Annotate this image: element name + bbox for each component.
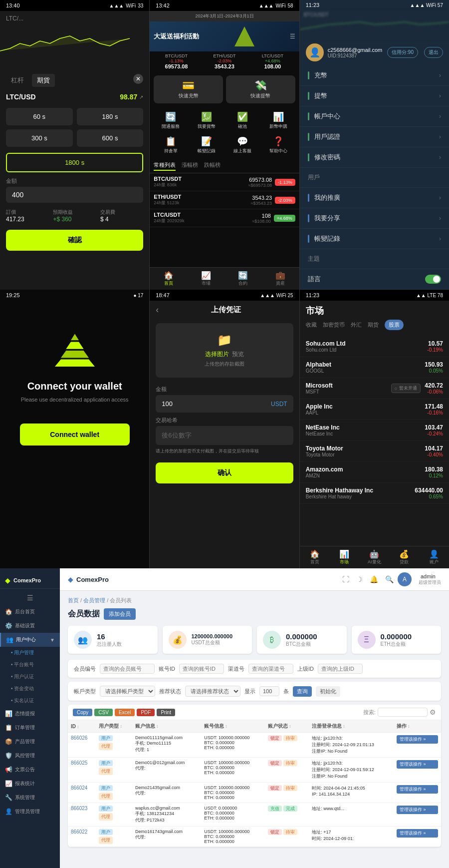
stock-microsoft[interactable]: Microsoft MSFT ○ 暂未开通 420.72 -0.06% — [300, 378, 449, 399]
menu-service[interactable]: 🔄 開通服務 — [154, 109, 188, 132]
nav-assets[interactable]: 💼 資産 — [262, 271, 299, 287]
items-input[interactable] — [259, 686, 279, 696]
tab-leverage[interactable]: 杠杆 — [6, 74, 29, 87]
sidebar-sub-user-auth[interactable]: • 用户认证 — [0, 671, 60, 683]
tab-losers[interactable]: 跌幅榜 — [204, 160, 221, 171]
col-user-type[interactable]: 用户类型↕ — [96, 720, 132, 733]
tab-all[interactable]: 常種列表 — [154, 160, 176, 171]
nav-ai-6[interactable]: 🤖 AI量化 — [359, 549, 389, 565]
promo-menu-icon[interactable]: ☰ — [290, 33, 295, 40]
tab-futures[interactable]: 期貨 — [32, 74, 55, 87]
time-300s[interactable]: 300 s — [6, 129, 73, 147]
status-select[interactable]: 请选择推荐状态 — [185, 686, 240, 697]
time-180s[interactable]: 180 s — [77, 108, 144, 125]
language-toggle[interactable] — [425, 275, 441, 284]
menu-language[interactable]: 語言 — [300, 269, 449, 290]
time-60s[interactable]: 60 s — [6, 108, 73, 125]
sidebar-item-reports[interactable]: 📈 报表统计 — [0, 777, 60, 791]
manage-button[interactable]: 管理该操作 » — [397, 785, 438, 794]
stock-toyota[interactable]: Toyota Motor Toyota Motor 104.17 -0.40% — [300, 441, 449, 462]
amount-form-input[interactable]: 100 USDT — [156, 395, 293, 413]
gear-icon[interactable]: ⚙ — [430, 708, 436, 716]
quick-deposit[interactable]: 💳 快速充幣 — [154, 75, 223, 103]
nav-account-6[interactable]: 👤 账户 — [419, 549, 449, 565]
member-no-input[interactable] — [100, 664, 155, 674]
market-row-eth[interactable]: ETH/USDT 24h量 5123k 3543.23 ≈$3543.23 -2… — [150, 191, 299, 209]
amount-input[interactable]: 400 — [6, 187, 143, 203]
menu-history[interactable]: 📝 帳變記錄 — [190, 134, 224, 156]
breadcrumb-member-mgmt[interactable]: 会员管理 — [83, 597, 105, 603]
nav-home[interactable]: 🏠 首頁 — [150, 271, 187, 287]
stock-netease[interactable]: NetEase Inc NetEase Inc 103.47 -0.24% — [300, 420, 449, 441]
tab-stocks[interactable]: 股票 — [385, 320, 404, 330]
credit-button[interactable]: 信用分:90 — [387, 47, 418, 58]
sidebar-item-settings[interactable]: ⚙️ 基础设置 — [0, 619, 60, 633]
reset-button[interactable]: 初始化 — [316, 686, 340, 697]
col-account-id[interactable]: 账号信息↕ — [201, 720, 265, 733]
tab-forex[interactable]: 外汇 — [351, 320, 362, 330]
copy-button[interactable]: Copy — [73, 709, 92, 716]
tab-gainers[interactable]: 漲幅榜 — [182, 160, 198, 171]
sidebar-item-risk[interactable]: 🛡️ 风控管理 — [0, 749, 60, 763]
manage-button[interactable]: 管理该操作 » — [397, 760, 438, 769]
nav-home-6[interactable]: 🏠 首页 — [300, 549, 330, 565]
txid-input[interactable]: 後6位數字 — [156, 426, 293, 445]
menu-my-promo[interactable]: 我的推廣 › — [300, 188, 449, 208]
sidebar-sub-user-mgmt[interactable]: • 用户管理 — [0, 647, 60, 659]
tab-favorites[interactable]: 收藏 — [306, 320, 317, 330]
theme-icon[interactable]: ☽ — [356, 575, 363, 583]
sidebar-item-orders[interactable]: 📋 订单管理 — [0, 721, 60, 735]
sidebar-item-products[interactable]: 📦 产品管理 — [0, 735, 60, 749]
nav-market[interactable]: 📈 市場 — [187, 271, 224, 287]
tab-crypto[interactable]: 加密货币 — [323, 320, 345, 330]
menu-pool[interactable]: ✅ 確池 — [225, 109, 259, 132]
menu-currency[interactable]: 💹 我要貨幣 — [190, 109, 224, 132]
logout-button[interactable]: 退出 — [424, 47, 443, 58]
menu-account-log[interactable]: 帳變記錄 › — [300, 229, 449, 249]
menu-support[interactable]: 💬 線上客服 — [225, 134, 259, 156]
col-reg-info[interactable]: 注册登录信息↕ — [309, 720, 394, 733]
sidebar-item-admin-mgmt[interactable]: 👤 管理员管理 — [0, 805, 60, 819]
fullscreen-icon[interactable]: ⛶ — [342, 575, 349, 583]
stock-berkshire[interactable]: Berkshire Hathaway Inc Berkshire Hat haw… — [300, 483, 449, 504]
menu-withdraw-p3[interactable]: 提幣 › — [300, 86, 449, 106]
nav-market-6[interactable]: 📊 市场 — [330, 549, 360, 565]
search-icon[interactable]: 🔍 — [385, 575, 394, 583]
manage-button[interactable]: 管理该操作 » — [397, 735, 438, 744]
confirm-button[interactable]: 確認 — [6, 230, 143, 251]
col-action[interactable]: 操作↕ — [394, 720, 441, 733]
stock-sohu[interactable]: Sohu.com Ltd Sohu.com Ltd 10.57 -0.19% — [300, 336, 449, 357]
bell-icon[interactable]: 🔔 — [370, 575, 378, 583]
add-member-button[interactable]: 添加会员 — [104, 608, 136, 620]
market-row-btc[interactable]: BTC/USDT 24h量 836k 69573.08 ≈$69573.08 -… — [150, 173, 299, 191]
close-button[interactable]: ✕ — [133, 74, 143, 84]
preview-text[interactable]: 预览 — [232, 350, 244, 359]
upper-id-input[interactable] — [318, 664, 363, 674]
quick-withdraw[interactable]: 💸 快速提幣 — [226, 75, 295, 103]
print-button[interactable]: Print — [157, 709, 175, 716]
time-600s[interactable]: 600 s — [77, 129, 144, 147]
account-id-input[interactable] — [179, 664, 224, 674]
market-row-ltc[interactable]: LTC/USDT 24h量 202929k 108 ≈$108.00 +4.68… — [150, 209, 299, 227]
pdf-button[interactable]: PDF — [137, 709, 155, 716]
col-account-info[interactable]: 账户信息↕ — [132, 720, 201, 733]
connect-wallet-button[interactable]: Connect wallet — [20, 424, 130, 445]
sidebar-sub-funds[interactable]: • 资金变动 — [0, 683, 60, 695]
excel-button[interactable]: Excel — [115, 709, 135, 716]
menu-help[interactable]: ❓ 幫助中心 — [261, 134, 295, 156]
sidebar-toggle[interactable]: ☰ — [0, 591, 60, 605]
menu-change-pwd[interactable]: 修改密碼 › — [300, 147, 449, 168]
menu-position[interactable]: 📋 持倉單 — [154, 134, 188, 156]
sidebar-item-announce[interactable]: 📢 文票公告 — [0, 763, 60, 777]
menu-new-coin[interactable]: 📊 新幣申購 — [261, 109, 295, 132]
sidebar-item-dashboard[interactable]: 🏠 后台首页 — [0, 605, 60, 619]
time-1800s[interactable]: 1800 s — [6, 153, 143, 172]
upload-confirm-button[interactable]: 确认 — [156, 462, 293, 483]
csv-button[interactable]: CSV — [94, 709, 113, 716]
nav-contract[interactable]: 🔄 合約 — [224, 271, 262, 287]
menu-kyc[interactable]: 用戶認證 › — [300, 127, 449, 147]
col-status[interactable]: 账户状态↕ — [265, 720, 309, 733]
menu-recharge[interactable]: 充幣 › — [300, 65, 449, 86]
sidebar-item-system[interactable]: 🔧 系统管理 — [0, 791, 60, 805]
manage-button[interactable]: 管理该操作 » — [397, 806, 438, 814]
